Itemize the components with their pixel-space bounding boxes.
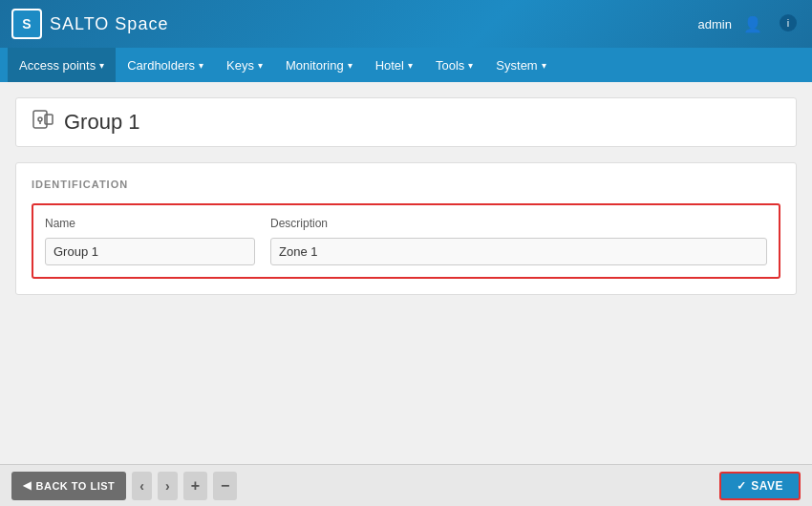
- description-label: Description: [270, 217, 767, 230]
- content-area: Group 1 IDENTIFICATION Name Description: [0, 82, 812, 464]
- name-label: Name: [45, 217, 255, 230]
- page-title: Group 1: [64, 110, 140, 135]
- main-nav: Access points ▾ Cardholders ▾ Keys ▾ Mon…: [0, 48, 812, 82]
- chevron-down-icon: ▾: [199, 60, 203, 71]
- username-label: admin: [698, 17, 732, 32]
- nav-label-tools: Tools: [436, 58, 464, 73]
- chevron-down-icon: ▾: [542, 60, 546, 71]
- prev-button[interactable]: ‹: [132, 472, 152, 500]
- header: S SALTO Space admin 👤 🖥 i: [0, 0, 812, 48]
- nav-item-cardholders[interactable]: Cardholders ▾: [116, 48, 215, 82]
- form-group-description: Description: [270, 217, 767, 265]
- remove-button[interactable]: −: [213, 472, 237, 500]
- chevron-down-icon: ▾: [99, 60, 104, 71]
- page-title-bar: Group 1: [15, 97, 797, 147]
- nav-label-access-points: Access points: [19, 58, 96, 73]
- nav-item-access-points[interactable]: Access points ▾: [8, 48, 116, 82]
- footer-left-actions: ◀ BACK TO LIST ‹ › + −: [11, 472, 237, 500]
- chevron-down-icon: ▾: [468, 60, 473, 71]
- nav-label-monitoring: Monitoring: [286, 58, 344, 73]
- logo-letter: S: [22, 16, 31, 32]
- next-icon: ›: [165, 478, 170, 494]
- back-to-list-label: BACK TO LIST: [36, 480, 116, 492]
- nav-item-monitoring[interactable]: Monitoring ▾: [274, 48, 364, 82]
- monitor-area[interactable]: 🖥 i: [774, 11, 801, 37]
- nav-item-tools[interactable]: Tools ▾: [424, 48, 484, 82]
- identification-card: IDENTIFICATION Name Description: [15, 162, 797, 295]
- remove-icon: −: [221, 477, 229, 495]
- header-right: admin 👤 🖥 i: [698, 11, 801, 37]
- nav-label-cardholders: Cardholders: [127, 58, 195, 73]
- app-name: SALTO Space: [50, 14, 168, 34]
- description-input[interactable]: [270, 238, 767, 265]
- svg-rect-1: [45, 115, 53, 124]
- form-group-name: Name: [45, 217, 255, 265]
- nav-item-system[interactable]: System ▾: [484, 48, 557, 82]
- next-button[interactable]: ›: [158, 472, 178, 500]
- nav-label-system: System: [496, 58, 537, 73]
- nav-label-hotel: Hotel: [375, 58, 404, 73]
- user-icon[interactable]: 👤: [743, 15, 762, 33]
- form-highlighted-border: Name Description: [32, 203, 780, 279]
- svg-point-2: [38, 117, 42, 121]
- logo-area: S SALTO Space: [11, 9, 168, 39]
- logo-box: S: [11, 9, 42, 39]
- page-title-icon: [32, 108, 54, 137]
- back-arrow-icon: ◀: [23, 479, 32, 492]
- check-icon: ✓: [737, 479, 747, 493]
- nav-item-hotel[interactable]: Hotel ▾: [364, 48, 424, 82]
- name-input[interactable]: [45, 238, 255, 265]
- save-button[interactable]: ✓ SAVE: [719, 472, 801, 500]
- chevron-down-icon: ▾: [408, 60, 413, 71]
- form-fields-row: Name Description: [45, 217, 767, 265]
- add-icon: +: [191, 477, 200, 495]
- prev-icon: ‹: [139, 478, 144, 494]
- footer: ◀ BACK TO LIST ‹ › + − ✓ SAVE: [0, 464, 812, 506]
- nav-item-keys[interactable]: Keys ▾: [215, 48, 274, 82]
- section-title-identification: IDENTIFICATION: [32, 179, 780, 190]
- back-to-list-button[interactable]: ◀ BACK TO LIST: [11, 472, 126, 500]
- info-badge: i: [780, 14, 797, 32]
- footer-right-actions: ✓ SAVE: [719, 472, 801, 500]
- chevron-down-icon: ▾: [258, 60, 263, 71]
- add-button[interactable]: +: [183, 472, 207, 500]
- nav-label-keys: Keys: [226, 58, 254, 73]
- save-label: SAVE: [751, 479, 783, 493]
- chevron-down-icon: ▾: [348, 60, 353, 71]
